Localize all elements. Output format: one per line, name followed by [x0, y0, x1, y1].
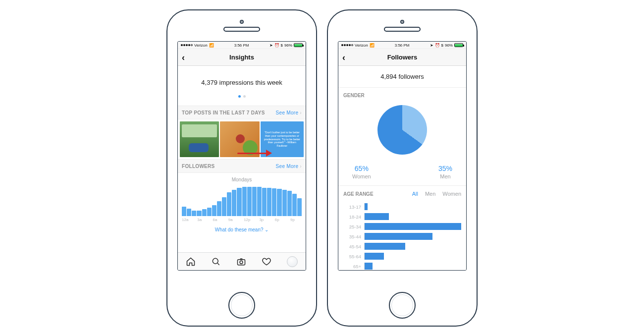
impressions-hero: 4,379 impressions this week [178, 66, 306, 106]
what-do-these-mean-link[interactable]: What do these mean? ⌄ [178, 222, 306, 236]
camera-icon [400, 20, 404, 24]
battery-icon [294, 43, 303, 47]
pager-dots[interactable] [181, 95, 303, 98]
hour-day-label: Mondays [181, 177, 303, 182]
top-posts-see-more[interactable]: See More › [276, 110, 302, 115]
post-thumb-1[interactable] [180, 121, 219, 157]
battery-pct: 96% [284, 43, 292, 48]
men-pct: 35% [438, 165, 452, 172]
age-label: 18-24 [343, 214, 363, 220]
hour-bar [182, 207, 186, 216]
hour-bar [287, 191, 292, 216]
age-track [364, 203, 461, 210]
men-label: Men [438, 173, 452, 179]
signal-icon [181, 44, 193, 46]
hour-bar [232, 190, 236, 216]
age-row: 45-54 [343, 241, 461, 251]
camera-icon[interactable] [236, 257, 246, 267]
nav-header: ‹ Insights [178, 49, 306, 66]
hour-bars [181, 185, 303, 216]
gender-men: 35% Men [438, 165, 452, 179]
profile-avatar[interactable] [287, 256, 298, 267]
age-range-chart: 13-1718-2425-3435-4445-5455-6465+ [338, 200, 466, 270]
heart-icon[interactable] [262, 257, 271, 267]
annotation-arrow [237, 150, 272, 157]
hour-tick: 3a [197, 218, 209, 222]
top-posts-title: TOP POSTS IN THE LAST 7 DAYS [182, 110, 265, 115]
impressions-text: 4,379 impressions this week [201, 79, 282, 86]
page-title: Followers [387, 54, 418, 61]
followers-see-more[interactable]: See More › [276, 164, 302, 169]
followers-section-header: FOLLOWERS See More › [178, 159, 306, 173]
age-range-title: AGE RANGE [343, 191, 374, 197]
alarm-icon: ⏰ [435, 43, 440, 48]
hour-bar [217, 201, 221, 216]
gender-labels: 65% Women 35% Men [338, 159, 466, 186]
status-bar: Verizon 📶 3:56 PM ➤ ⏰ $ 96% [178, 42, 306, 49]
screen-insights: Verizon 📶 3:56 PM ➤ ⏰ $ 96% ‹ Insights 4… [177, 41, 306, 271]
age-tab-women[interactable]: Women [442, 191, 461, 197]
svg-point-2 [240, 261, 243, 264]
home-icon[interactable] [186, 257, 196, 267]
chevron-right-icon: › [300, 110, 302, 115]
svg-rect-1 [237, 259, 245, 265]
age-tab-men[interactable]: Men [425, 191, 435, 197]
phone-top [328, 10, 477, 41]
hour-bar [297, 198, 302, 216]
hour-bar [277, 189, 281, 216]
age-bar [365, 243, 405, 250]
hour-tick: 12a [182, 218, 193, 222]
age-label: 35-44 [343, 234, 363, 239]
hour-tick: 3p [259, 218, 270, 222]
age-bar [365, 213, 389, 220]
age-bar [365, 223, 461, 230]
women-label: Women [352, 173, 371, 179]
carrier-label: Verizon [194, 43, 208, 48]
age-tabs: All Men Women [412, 191, 461, 197]
bluetooth-icon: $ [281, 43, 283, 48]
clock: 3:56 PM [395, 43, 410, 48]
home-button[interactable] [228, 292, 255, 319]
age-row: 35-44 [343, 231, 461, 241]
status-bar: Verizon 📶 3:56 PM ➤ ⏰ $ 96% [338, 42, 466, 49]
hour-bar [192, 211, 196, 216]
page-title: Insights [229, 54, 254, 61]
gender-women: 65% Women [352, 165, 371, 179]
hour-bar [242, 187, 247, 216]
hour-bar [227, 192, 231, 216]
chevron-right-icon: › [300, 164, 302, 169]
back-button[interactable]: ‹ [182, 53, 185, 62]
location-icon: ➤ [269, 43, 273, 48]
followers-count-hero: 4,894 followers [338, 66, 466, 88]
nav-header: ‹ Followers [338, 49, 466, 66]
age-bar [365, 233, 432, 240]
gender-title: GENDER [338, 88, 466, 98]
location-icon: ➤ [430, 43, 433, 48]
camera-icon [240, 20, 244, 24]
bluetooth-icon: $ [441, 43, 443, 48]
carrier-label: Verizon [355, 43, 368, 48]
age-track [364, 223, 461, 230]
battery-pct: 96% [445, 43, 453, 48]
alarm-icon: ⏰ [274, 43, 279, 48]
age-tab-all[interactable]: All [412, 191, 418, 197]
age-row: 13-17 [343, 202, 461, 212]
content-insights: 4,379 impressions this week TOP POSTS IN… [178, 66, 306, 252]
search-icon[interactable] [211, 257, 221, 267]
screen-followers: Verizon 📶 3:56 PM ➤ ⏰ $ 96% ‹ Followers … [338, 41, 467, 271]
phone-insights: Verizon 📶 3:56 PM ➤ ⏰ $ 96% ‹ Insights 4… [166, 9, 317, 327]
battery-icon [454, 43, 463, 47]
hour-bar [237, 188, 241, 216]
clock: 3:56 PM [234, 43, 249, 48]
hour-bar [257, 187, 262, 216]
age-label: 45-54 [343, 244, 363, 249]
followers-count-text: 4,894 followers [380, 73, 424, 80]
hour-bar [202, 209, 207, 216]
hour-bar [272, 188, 276, 216]
age-bar [365, 253, 384, 260]
content-followers: 4,894 followers GENDER 65% Women 35% Men… [338, 66, 466, 270]
home-button[interactable] [389, 292, 416, 319]
followers-hour-chart: Mondays 12a3a6a9a12p3p6p9p [178, 173, 306, 222]
back-button[interactable]: ‹ [342, 53, 345, 62]
hour-bar [197, 211, 201, 216]
